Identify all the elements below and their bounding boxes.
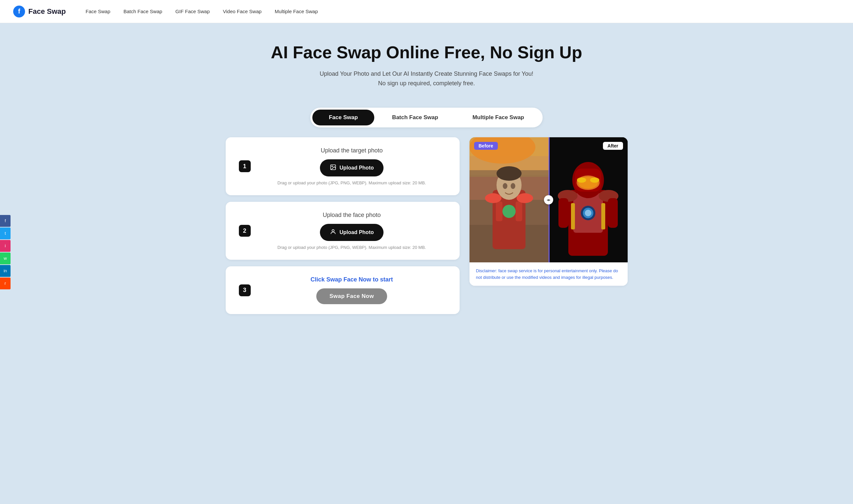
upload-target-photo-btn[interactable]: Upload Photo bbox=[320, 159, 384, 177]
step-1-content: Upload the target photo Upload Photo Dra… bbox=[257, 147, 447, 185]
navbar: f Face Swap Face Swap Batch Face Swap GI… bbox=[0, 0, 853, 23]
whatsapp-share-btn[interactable]: w bbox=[0, 252, 11, 264]
linkedin-share-btn[interactable]: in bbox=[0, 265, 11, 277]
nav-item-batch[interactable]: Batch Face Swap bbox=[124, 8, 162, 15]
nav-item-multiple[interactable]: Multiple Face Swap bbox=[275, 8, 318, 15]
svg-point-21 bbox=[585, 210, 591, 216]
preview-before bbox=[470, 137, 549, 263]
tab-multiple-face-swap[interactable]: Multiple Face Swap bbox=[456, 110, 541, 125]
nav-item-face-swap[interactable]: Face Swap bbox=[86, 8, 110, 15]
upload-face-photo-btn[interactable]: Upload Photo bbox=[320, 224, 384, 241]
svg-rect-12 bbox=[496, 201, 502, 221]
logo-icon: f bbox=[13, 5, 25, 17]
nav-links: Face Swap Batch Face Swap GIF Face Swap … bbox=[86, 8, 318, 15]
step-1-card: 1 Upload the target photo Upload Photo D… bbox=[226, 137, 459, 195]
step-3-content: Click Swap Face Now to start Swap Face N… bbox=[257, 276, 447, 304]
step-2-content: Upload the face photo Upload Photo Drag … bbox=[257, 212, 447, 250]
hero-subtitle: Upload Your Photo and Let Our AI Instant… bbox=[6, 69, 847, 88]
swap-face-now-btn[interactable]: Swap Face Now bbox=[316, 288, 387, 304]
nav-item-video[interactable]: Video Face Swap bbox=[223, 8, 262, 15]
svg-point-11 bbox=[502, 205, 516, 218]
tab-face-swap[interactable]: Face Swap bbox=[312, 110, 374, 125]
preview-after bbox=[549, 137, 628, 263]
after-label: After bbox=[603, 142, 623, 150]
svg-point-9 bbox=[503, 183, 507, 189]
tabs-container: Face Swap Batch Face Swap Multiple Face … bbox=[278, 108, 575, 127]
hero-title: AI Face Swap Online Free, No Sign Up bbox=[6, 43, 847, 62]
social-bar: f t i w in r bbox=[0, 215, 11, 289]
left-panel: 1 Upload the target photo Upload Photo D… bbox=[226, 137, 459, 314]
svg-rect-31 bbox=[608, 198, 618, 228]
preview-card: Before After ◂▸ Disclaimer: face swap se… bbox=[470, 137, 628, 286]
step-1-number: 1 bbox=[239, 160, 251, 172]
svg-rect-32 bbox=[571, 203, 575, 230]
facebook-share-btn[interactable]: f bbox=[0, 215, 11, 227]
image-icon bbox=[330, 164, 336, 172]
reddit-share-btn[interactable]: r bbox=[0, 277, 11, 289]
tab-batch-face-swap[interactable]: Batch Face Swap bbox=[376, 110, 455, 125]
right-panel: Before After ◂▸ Disclaimer: face swap se… bbox=[470, 137, 628, 314]
before-label: Before bbox=[474, 142, 498, 150]
step-1-title: Upload the target photo bbox=[257, 147, 447, 154]
svg-rect-13 bbox=[516, 201, 522, 221]
step-2-number: 2 bbox=[239, 225, 251, 237]
nav-logo[interactable]: f Face Swap bbox=[13, 5, 66, 17]
preview-image-wrapper: Before After ◂▸ bbox=[470, 137, 628, 263]
instagram-share-btn[interactable]: i bbox=[0, 240, 11, 252]
step-2-hint: Drag or upload your photo (JPG, PNG, WEB… bbox=[257, 245, 447, 250]
svg-point-14 bbox=[485, 193, 502, 203]
face-icon bbox=[330, 229, 336, 236]
disclaimer: Disclaimer: face swap service is for per… bbox=[470, 263, 628, 286]
divider-handle[interactable]: ◂▸ bbox=[544, 195, 553, 204]
svg-point-27 bbox=[590, 177, 599, 183]
twitter-share-btn[interactable]: t bbox=[0, 228, 11, 239]
nav-item-gif[interactable]: GIF Face Swap bbox=[175, 8, 210, 15]
svg-rect-33 bbox=[601, 203, 605, 230]
svg-point-2 bbox=[332, 230, 334, 232]
svg-rect-30 bbox=[558, 198, 568, 228]
svg-point-1 bbox=[331, 166, 332, 167]
before-scene-svg bbox=[470, 137, 549, 263]
svg-point-15 bbox=[517, 193, 533, 203]
svg-point-10 bbox=[511, 183, 515, 189]
brand-name: Face Swap bbox=[28, 7, 66, 16]
step-2-title: Upload the face photo bbox=[257, 212, 447, 219]
hero-section: AI Face Swap Online Free, No Sign Up Upl… bbox=[0, 23, 853, 98]
main-content: 1 Upload the target photo Upload Photo D… bbox=[212, 137, 641, 334]
step-1-hint: Drag or upload your photo (JPG, PNG, WEB… bbox=[257, 180, 447, 185]
after-scene-svg bbox=[549, 137, 628, 263]
svg-point-26 bbox=[577, 177, 586, 183]
tabs-wrapper: Face Swap Batch Face Swap Multiple Face … bbox=[310, 108, 543, 127]
step-2-card: 2 Upload the face photo Upload Photo Dra… bbox=[226, 202, 459, 260]
svg-point-8 bbox=[497, 166, 522, 181]
step-3-card: 3 Click Swap Face Now to start Swap Face… bbox=[226, 266, 459, 314]
step-3-number: 3 bbox=[239, 284, 251, 296]
step-3-title: Click Swap Face Now to start bbox=[257, 276, 447, 283]
